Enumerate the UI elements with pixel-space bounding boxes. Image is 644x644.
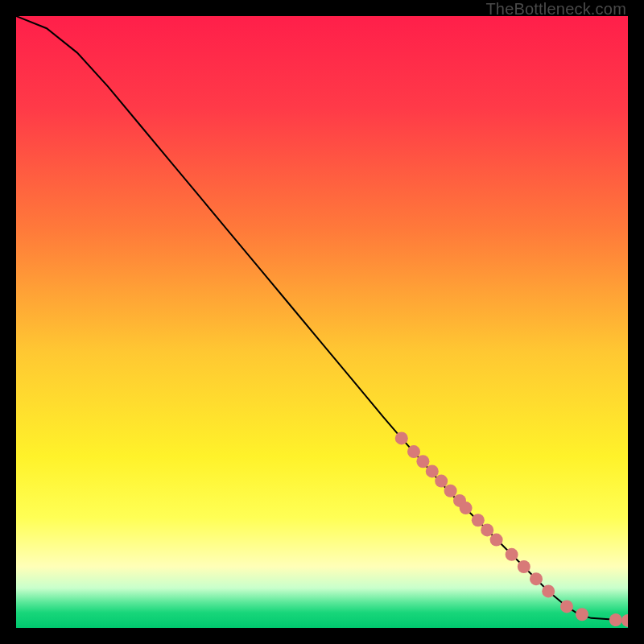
data-point [560,600,573,613]
data-point [518,560,530,573]
data-point [407,445,420,458]
data-point [609,613,622,626]
data-point [426,464,439,477]
curve-layer [16,16,628,628]
data-point [472,514,485,526]
data-point [395,431,408,444]
data-point [444,485,457,497]
data-point [530,572,543,585]
data-point [460,502,473,514]
data-point [435,475,448,488]
data-point [416,455,429,468]
plot-area [16,16,628,628]
chart-stage: TheBottleneck.com [0,0,644,644]
data-point [490,534,503,547]
bottleneck-curve [16,16,628,621]
data-point [481,523,493,536]
data-point [621,614,628,627]
data-point [576,608,588,621]
marker-group [395,431,628,626]
data-point [506,548,518,561]
data-point [542,584,555,597]
